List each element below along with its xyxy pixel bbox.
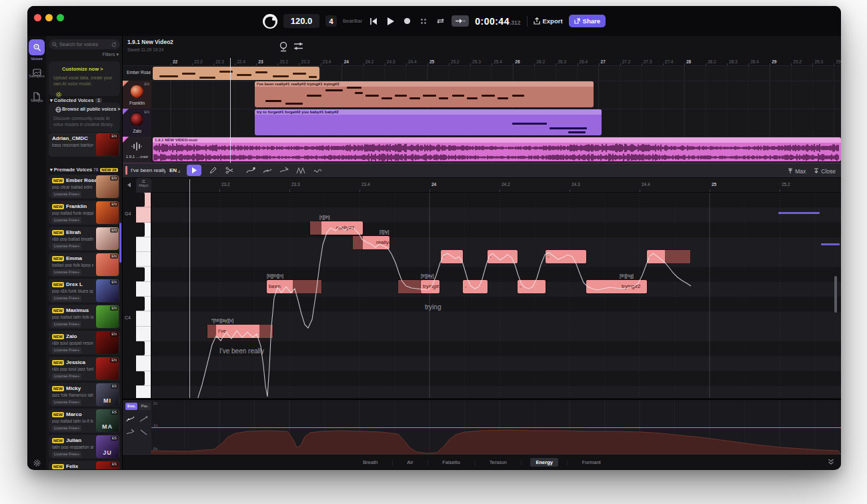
piano-roll-ruler[interactable]: 23.223.323.42424.224.324.42525.2: [151, 178, 841, 193]
clip[interactable]: try to forget#1 forget#2 you baby#1 baby…: [255, 109, 602, 135]
track-header-franklin[interactable]: EN Franklin: [123, 81, 151, 109]
parameter-graph[interactable]: 2x 1x 0x: [151, 399, 841, 454]
mixer-icon[interactable]: [293, 42, 303, 51]
voice-card[interactable]: NEWZalor&b soul gospel resonaLicense Fre…: [49, 331, 120, 355]
draw-curve-tool[interactable]: [125, 415, 135, 423]
param-tab-tension[interactable]: Tension: [484, 458, 512, 467]
sidebar-item-voices[interactable]: [29, 39, 45, 55]
voice-card[interactable]: NEWMickyjazz folk flamenco latinLicense …: [49, 383, 120, 407]
smooth-tool[interactable]: [312, 166, 323, 175]
collapse-panel-icon[interactable]: [828, 458, 834, 465]
minimize-window-button[interactable]: [45, 14, 53, 21]
note[interactable]: I've: [207, 325, 273, 338]
track-header-instrumental[interactable]: 1.9.1 ...-instr: [123, 137, 151, 163]
auto-scroll-toggle[interactable]: [452, 15, 469, 27]
voice-card[interactable]: NEWEmmaballad pop folk kpop eLicense Fre…: [49, 253, 120, 277]
param-tab-energy[interactable]: Energy: [530, 458, 558, 467]
close-editor-button[interactable]: Close: [814, 168, 836, 175]
voice-card[interactable]: NEWDrex Lpop r&b funk blues goLicense Fr…: [49, 279, 120, 303]
clip[interactable]: I've been really#1 really#2 trying#1 try…: [255, 81, 594, 107]
black-key[interactable]: [136, 341, 151, 356]
note[interactable]: really#1: [310, 221, 363, 235]
note[interactable]: been: [267, 280, 321, 293]
white-key[interactable]: [136, 252, 151, 267]
pitch-curve-tool[interactable]: [245, 166, 256, 175]
note[interactable]: -: [463, 280, 488, 293]
voice-card[interactable]: NEWFelixLicense Free+ES: [49, 461, 120, 469]
white-key[interactable]: [136, 386, 151, 398]
beats-per-bar-value[interactable]: 4: [325, 15, 337, 27]
skip-back-button[interactable]: [368, 17, 379, 26]
voice-card[interactable]: NEWElirahr&b pop ballad breathyLicense F…: [49, 227, 120, 251]
black-key[interactable]: [136, 297, 151, 311]
note[interactable]: [398, 280, 421, 293]
play-button[interactable]: [385, 17, 395, 26]
playhead[interactable]: [230, 58, 231, 163]
note[interactable]: trying#1: [421, 280, 440, 293]
note[interactable]: -: [488, 250, 518, 263]
note[interactable]: -: [518, 280, 546, 293]
note[interactable]: really#2: [353, 236, 389, 249]
black-key[interactable]: [136, 371, 151, 386]
note[interactable]: trying#2: [586, 280, 647, 293]
black-key[interactable]: [136, 223, 151, 237]
voice-card[interactable]: NEWEmber Rosepop clear ballad edm hLicen…: [49, 175, 120, 199]
note[interactable]: -: [441, 250, 463, 263]
tab-parameters[interactable]: Par.: [139, 403, 151, 410]
param-tab-falsetto[interactable]: Falsetto: [437, 458, 466, 467]
line-tool[interactable]: [139, 415, 148, 423]
collected-voice-card[interactable]: Adrian_CMDCbass resonant baritoneEN: [49, 133, 120, 157]
tab-envelope[interactable]: Env.: [125, 403, 137, 410]
note[interactable]: -: [546, 250, 586, 263]
param-tab-air[interactable]: Air: [401, 458, 418, 467]
track-header-ember-rose[interactable]: Ember Rose: [123, 66, 151, 81]
export-button[interactable]: Export: [534, 17, 563, 25]
tuner-icon[interactable]: [279, 41, 288, 52]
share-button[interactable]: Share: [569, 15, 606, 27]
white-key[interactable]: [136, 311, 151, 326]
param-tab-formant[interactable]: Formant: [577, 458, 606, 467]
white-key[interactable]: [136, 282, 151, 297]
project-title[interactable]: 1.9.1 New Video2: [127, 39, 173, 45]
editor-scrollbar[interactable]: [834, 276, 837, 313]
collapse-left-icon[interactable]: [126, 182, 132, 188]
white-key[interactable]: [136, 237, 151, 252]
avatar[interactable]: [130, 85, 143, 98]
anchor-curve-tool[interactable]: [125, 428, 135, 436]
language-dropdown[interactable]: EN: [169, 167, 180, 173]
record-button[interactable]: [401, 17, 412, 26]
black-key[interactable]: [136, 193, 151, 207]
slope-tool[interactable]: [139, 428, 148, 436]
track-header-zalo[interactable]: EN Zalo: [123, 109, 151, 137]
param-tab-breath[interactable]: Breath: [357, 458, 383, 467]
white-key[interactable]: [136, 356, 151, 371]
pitch-anchor-tool[interactable]: [262, 166, 273, 175]
voice-card[interactable]: NEWMaximuspop ballad latin folk latLicen…: [49, 305, 120, 329]
scale-display[interactable]: C Major: [136, 178, 151, 193]
pencil-tool[interactable]: [207, 166, 218, 175]
voice-card[interactable]: NEWFranklinpop ballad funk reggaLicense …: [49, 201, 120, 225]
loop-button[interactable]: [435, 17, 446, 26]
library-scrollbar[interactable]: [119, 223, 121, 263]
segment-play-button[interactable]: [187, 165, 201, 176]
voice-card[interactable]: NEWJessicar&b pop soul jazz funkLicense …: [49, 357, 120, 381]
voice-card[interactable]: NEWJulianlatin pop reggaeton afrLicense …: [49, 435, 120, 459]
clip[interactable]: [153, 67, 319, 80]
bpm-value[interactable]: 120.0: [283, 14, 319, 28]
white-key[interactable]: [136, 207, 151, 222]
black-key[interactable]: [136, 267, 151, 282]
scissors-tool[interactable]: [224, 166, 235, 175]
avatar[interactable]: [130, 113, 143, 126]
piano-keyboard[interactable]: [136, 193, 151, 398]
metronome-grid-icon[interactable]: [418, 17, 429, 26]
close-window-button[interactable]: [34, 14, 41, 21]
vibrato-tool[interactable]: [295, 166, 306, 175]
clip[interactable]: 1.9.1 NEW VIDEO-instr: [153, 137, 841, 161]
pitch-erase-tool[interactable]: [279, 166, 289, 175]
settings-gear-icon[interactable]: [29, 455, 45, 470]
zoom-window-button[interactable]: [57, 14, 64, 21]
note[interactable]: -: [647, 250, 690, 263]
piano-roll[interactable]: 23.223.323.42424.224.324.42525.2 I've*[h…: [151, 178, 841, 398]
maximize-editor-button[interactable]: Max: [788, 168, 806, 175]
white-key[interactable]: [136, 327, 151, 341]
